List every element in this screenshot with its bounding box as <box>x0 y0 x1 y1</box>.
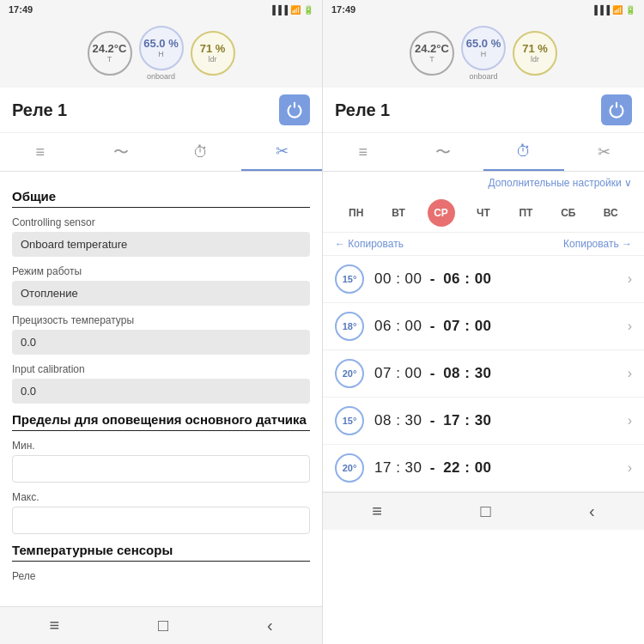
left-nav-menu[interactable]: ≡ <box>49 616 59 635</box>
section-sensors-title: Температурные сенсоры <box>12 543 310 557</box>
right-tab-tools[interactable]: ✂ <box>564 133 645 171</box>
left-tab-tools[interactable]: ✂ <box>241 133 322 171</box>
right-relay-header: Реле 1 <box>323 88 644 133</box>
left-power-button[interactable] <box>279 94 310 125</box>
weekday-thu[interactable]: ЧТ <box>470 199 497 227</box>
right-sensor-header: 24.2°C T 65.0 % H onboard 71 % ldr <box>323 19 644 88</box>
chevron-right-1: › <box>628 319 632 334</box>
left-status-icons: ▐▐▐ 📶 🔋 <box>270 5 313 15</box>
right-panel: 17:49 ▐▐▐ 📶 🔋 24.2°C T 65.0 % H onboard … <box>322 0 644 644</box>
left-panel: 17:49 ▐▐▐ 📶 🔋 24.2°C T 65.0 % H onboard … <box>0 0 322 644</box>
temp-badge-4: 20° <box>335 453 364 483</box>
left-tab-clock[interactable]: ⏱ <box>161 133 242 171</box>
left-content: Общие Controlling sensor Onboard tempera… <box>0 172 322 606</box>
right-humidity-sensor-group: 65.0 % H onboard <box>461 26 506 81</box>
weekday-wed[interactable]: СР <box>428 199 455 227</box>
section-sensors-divider <box>12 561 310 562</box>
humidity-sensor-group: 65.0 % H onboard <box>139 26 184 81</box>
max-label: Макс. <box>12 491 310 503</box>
work-mode-label: Режим работы <box>12 265 310 277</box>
section-limits-title: Пределы для оповещения основного датчика <box>12 412 310 427</box>
copy-row: ← Копировать Копировать → <box>323 233 644 256</box>
right-humidity-sensor: 65.0 % H <box>461 26 506 70</box>
weekdays-row: ПН ВТ СР ЧТ ПТ СБ ВС <box>323 194 644 233</box>
section-general-divider <box>12 207 310 208</box>
temp-precision-label: Прецизость температуры <box>12 314 310 326</box>
left-nav-home[interactable]: □ <box>158 616 168 635</box>
left-tab-graph[interactable]: 〜 <box>81 133 161 171</box>
temp-badge-0: 15° <box>335 264 364 294</box>
temp-badge-2: 20° <box>335 359 364 388</box>
weekday-mon[interactable]: ПН <box>343 199 370 227</box>
right-time: 17:49 <box>331 4 355 15</box>
section-general-title: Общие <box>12 189 310 204</box>
left-relay-header: Реле 1 <box>0 88 322 133</box>
time-range-0: 00 : 00 - 06 : 00 <box>374 270 628 288</box>
left-time: 17:49 <box>9 4 33 15</box>
right-battery-icon: 🔋 <box>625 5 635 15</box>
copy-right-button[interactable]: Копировать → <box>563 238 632 250</box>
time-slot-1[interactable]: 18° 06 : 00 - 07 : 00 › <box>323 303 644 350</box>
right-status-icons: ▐▐▐ 📶 🔋 <box>592 5 635 15</box>
time-slot-2[interactable]: 20° 07 : 00 - 08 : 30 › <box>323 350 644 398</box>
chevron-right-3: › <box>628 413 632 428</box>
right-temp-sensor: 24.2°C T <box>410 31 454 76</box>
left-relay-title: Реле 1 <box>12 100 67 120</box>
left-sensor-header: 24.2°C T 65.0 % H onboard 71 % ldr <box>0 19 322 88</box>
weekday-sun[interactable]: ВС <box>597 199 624 227</box>
right-tab-list[interactable]: ≡ <box>323 133 404 171</box>
right-tab-clock[interactable]: ⏱ <box>483 133 564 171</box>
left-bottom-nav: ≡ □ ‹ <box>0 606 322 644</box>
chevron-right-2: › <box>628 366 632 381</box>
right-wifi-icon: 📶 <box>612 5 623 15</box>
input-calibration-label: Input calibration <box>12 363 310 375</box>
additional-settings[interactable]: Дополнительные настройки ∨ <box>323 172 644 194</box>
right-ldr-sensor: 71 % ldr <box>513 31 557 76</box>
time-range-2: 07 : 00 - 08 : 30 <box>374 365 628 382</box>
controlling-sensor-label: Controlling sensor <box>12 216 310 228</box>
left-tabs: ≡ 〜 ⏱ ✂ <box>0 133 322 172</box>
time-range-4: 17 : 30 - 22 : 00 <box>374 459 628 477</box>
min-label: Мин. <box>12 440 310 452</box>
right-power-button[interactable] <box>601 94 632 125</box>
chevron-right-4: › <box>628 460 632 476</box>
time-range-1: 06 : 00 - 07 : 00 <box>374 318 628 335</box>
input-calibration-value: 0.0 <box>12 379 310 404</box>
time-range-3: 08 : 30 - 17 : 30 <box>374 412 628 429</box>
right-relay-title: Реле 1 <box>335 100 390 120</box>
time-slot-4[interactable]: 20° 17 : 30 - 22 : 00 › <box>323 445 644 492</box>
time-slot-0[interactable]: 15° 00 : 00 - 06 : 00 › <box>323 256 644 303</box>
chevron-right-0: › <box>628 271 632 287</box>
right-nav-menu[interactable]: ≡ <box>372 501 382 521</box>
right-onboard-label: onboard <box>469 72 497 81</box>
work-mode-value: Отопление <box>12 281 310 306</box>
temp-badge-1: 18° <box>335 312 364 341</box>
weekday-tue[interactable]: ВТ <box>385 199 412 227</box>
time-slot-3[interactable]: 15° 08 : 30 - 17 : 30 › <box>323 398 644 445</box>
wifi-icon: 📶 <box>290 5 301 15</box>
right-tab-graph[interactable]: 〜 <box>404 133 484 171</box>
max-value[interactable] <box>12 507 310 534</box>
temp-precision-value: 0.0 <box>12 330 310 355</box>
temp-badge-3: 15° <box>335 406 364 435</box>
temp-sensor: 24.2°C T <box>88 31 132 76</box>
relay-label: Реле <box>12 570 310 582</box>
left-nav-back[interactable]: ‹ <box>267 616 273 635</box>
weekday-sat[interactable]: СБ <box>555 199 582 227</box>
humidity-sensor: 65.0 % H <box>139 26 184 70</box>
copy-left-button[interactable]: ← Копировать <box>335 238 404 250</box>
battery-icon: 🔋 <box>303 5 313 15</box>
signal-icon: ▐▐▐ <box>270 5 288 15</box>
right-nav-back[interactable]: ‹ <box>589 501 595 521</box>
right-nav-home[interactable]: □ <box>480 501 490 521</box>
right-bottom-nav: ≡ □ ‹ <box>323 492 644 530</box>
right-status-bar: 17:49 ▐▐▐ 📶 🔋 <box>323 0 644 19</box>
weekday-fri[interactable]: ПТ <box>512 199 539 227</box>
onboard-label-left: onboard <box>147 72 175 81</box>
left-status-bar: 17:49 ▐▐▐ 📶 🔋 <box>0 0 322 19</box>
min-value[interactable] <box>12 455 310 483</box>
right-signal-icon: ▐▐▐ <box>592 5 610 15</box>
left-tab-list[interactable]: ≡ <box>0 133 81 171</box>
section-limits-divider <box>12 430 310 431</box>
controlling-sensor-value: Onboard temperature <box>12 232 310 257</box>
